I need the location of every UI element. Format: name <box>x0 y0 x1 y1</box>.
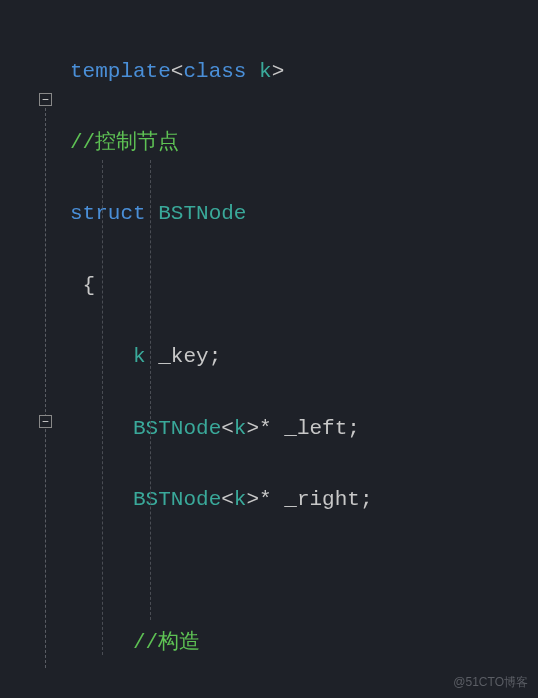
keyword-template: template <box>70 60 171 83</box>
type-bstnode: BSTNode <box>133 488 221 511</box>
code-line: BSTNode<k>* _left; <box>70 411 538 447</box>
type-k: k <box>133 345 146 368</box>
fold-toggle-struct[interactable]: − <box>39 93 52 106</box>
type-k: k <box>259 60 272 83</box>
type-bstnode: BSTNode <box>158 202 246 225</box>
watermark: @51CTO博客 <box>453 672 528 692</box>
indent-guide-1 <box>102 160 103 655</box>
member-left: _left <box>284 417 347 440</box>
brace-open: { <box>83 274 96 297</box>
code-line: template<class k> <box>70 54 538 90</box>
code-editor: − − template<class k> //控制节点 struct BSTN… <box>0 0 538 698</box>
code-line: //构造 <box>70 625 538 661</box>
indent-guide-2 <box>150 160 151 620</box>
comment: //控制节点 <box>70 131 179 154</box>
type-bstnode: BSTNode <box>133 417 221 440</box>
code-area[interactable]: template<class k> //控制节点 struct BSTNode … <box>70 18 538 698</box>
member-key: _key <box>158 345 208 368</box>
gutter: − − <box>0 18 70 698</box>
code-line <box>70 553 538 589</box>
keyword-class: class <box>183 60 246 83</box>
code-line: { <box>70 268 538 304</box>
code-line: BSTNode<k>* _right; <box>70 482 538 518</box>
fold-guide-outer <box>45 108 46 668</box>
fold-toggle-ctor[interactable]: − <box>39 415 52 428</box>
comment: //构造 <box>133 631 200 654</box>
keyword-struct: struct <box>70 202 146 225</box>
code-line: struct BSTNode <box>70 196 538 232</box>
code-line: k _key; <box>70 339 538 375</box>
member-right: _right <box>284 488 360 511</box>
code-line: //控制节点 <box>70 125 538 161</box>
